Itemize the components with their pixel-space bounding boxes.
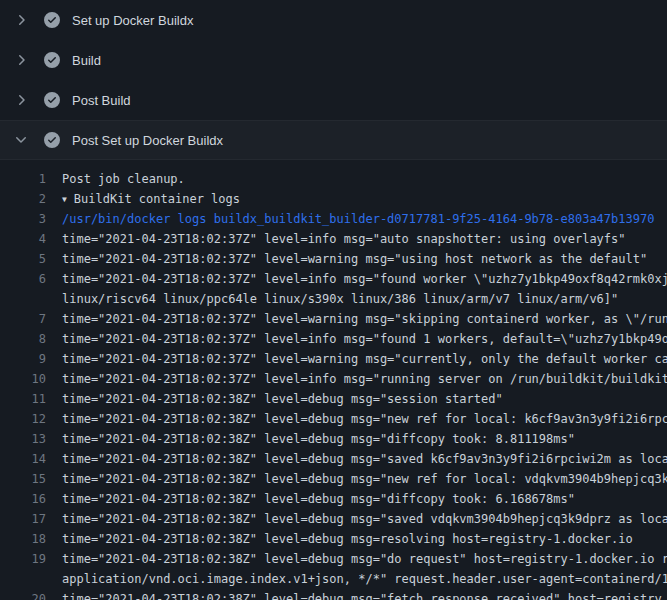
line-number-link[interactable]: 11 [0, 389, 46, 409]
line-number-link[interactable]: 1 [0, 169, 46, 189]
line-number-link[interactable]: 5 [0, 249, 46, 269]
line-number-link[interactable]: 16 [0, 489, 46, 509]
line-number-link[interactable]: 13 [0, 429, 46, 449]
step-header-post-setup-docker-buildx[interactable]: Post Set up Docker Buildx [0, 120, 667, 160]
line-number-link[interactable]: 6 [0, 269, 46, 289]
line-number-link[interactable]: 12 [0, 409, 46, 429]
step-header-setup-docker-buildx[interactable]: Set up Docker Buildx [0, 0, 667, 40]
log-text: time="2021-04-23T18:02:38Z" level=debug … [62, 432, 575, 446]
group-toggle-triangle-icon[interactable]: ▼ [62, 190, 67, 210]
line-number-link[interactable]: 20 [0, 589, 46, 600]
log-line: 10 time="2021-04-23T18:02:37Z" level=inf… [0, 369, 667, 389]
log-text: linux/riscv64 linux/ppc64le linux/s390x … [62, 292, 618, 306]
line-number-link[interactable]: 14 [0, 449, 46, 469]
log-line: 5 time="2021-04-23T18:02:37Z" level=warn… [0, 249, 667, 269]
log-text[interactable]: BuildKit container logs [74, 192, 240, 206]
log-line: 7 time="2021-04-23T18:02:37Z" level=warn… [0, 309, 667, 329]
step-title: Build [72, 53, 101, 68]
log-text: time="2021-04-23T18:02:38Z" level=debug … [62, 472, 667, 486]
log-line: 12 time="2021-04-23T18:02:38Z" level=deb… [0, 409, 667, 429]
log-text: time="2021-04-23T18:02:37Z" level=info m… [62, 372, 667, 386]
log-text: time="2021-04-23T18:02:37Z" level=warnin… [62, 352, 667, 366]
log-line: 3 /usr/bin/docker logs buildx_buildkit_b… [0, 209, 667, 229]
step-header-post-build[interactable]: Post Build [0, 80, 667, 120]
log-line: 20 time="2021-04-23T18:02:38Z" level=deb… [0, 589, 667, 600]
chevron-down-icon [13, 132, 29, 148]
line-number-link[interactable]: 3 [0, 209, 46, 229]
log-text: time="2021-04-23T18:02:38Z" level=debug … [62, 552, 667, 566]
log-line: 4 time="2021-04-23T18:02:37Z" level=info… [0, 229, 667, 249]
log-text: /usr/bin/docker logs buildx_buildkit_bui… [62, 212, 654, 226]
line-number-link[interactable]: 19 [0, 549, 46, 569]
log-text: time="2021-04-23T18:02:37Z" level=info m… [62, 332, 667, 346]
log-line: 11 time="2021-04-23T18:02:38Z" level=deb… [0, 389, 667, 409]
log-line: 2 ▼BuildKit container logs [0, 189, 667, 209]
log-text: time="2021-04-23T18:02:37Z" level=warnin… [62, 252, 647, 266]
line-number-link[interactable]: 15 [0, 469, 46, 489]
log-line: 1 Post job cleanup. [0, 169, 667, 189]
line-number-link[interactable]: 7 [0, 309, 46, 329]
check-circle-icon [44, 12, 60, 28]
line-number-link[interactable]: 9 [0, 349, 46, 369]
log-text: time="2021-04-23T18:02:38Z" level=debug … [62, 452, 667, 466]
log-line: 13 time="2021-04-23T18:02:38Z" level=deb… [0, 429, 667, 449]
log-lines: 1 Post job cleanup. 2 ▼BuildKit containe… [0, 160, 667, 600]
steps-log-panel: Set up Docker Buildx Build Post Build Po… [0, 0, 667, 600]
log-text: time="2021-04-23T18:02:37Z" level=warnin… [62, 312, 667, 326]
chevron-right-icon [13, 52, 29, 68]
log-line: 15 time="2021-04-23T18:02:38Z" level=deb… [0, 469, 667, 489]
check-circle-icon [44, 132, 60, 148]
log-line: 16 time="2021-04-23T18:02:38Z" level=deb… [0, 489, 667, 509]
chevron-right-icon [13, 92, 29, 108]
log-text: time="2021-04-23T18:02:37Z" level=info m… [62, 272, 667, 286]
log-text: time="2021-04-23T18:02:38Z" level=debug … [62, 412, 667, 426]
log-line: 6 time="2021-04-23T18:02:37Z" level=info… [0, 269, 667, 289]
step-title: Set up Docker Buildx [72, 13, 193, 28]
log-text: time="2021-04-23T18:02:38Z" level=debug … [62, 492, 575, 506]
line-number-link[interactable]: 18 [0, 529, 46, 549]
log-text: Post job cleanup. [62, 172, 185, 186]
line-number-link[interactable]: 4 [0, 229, 46, 249]
log-line: 14 time="2021-04-23T18:02:38Z" level=deb… [0, 449, 667, 469]
check-circle-icon [44, 92, 60, 108]
log-line: 19 time="2021-04-23T18:02:38Z" level=deb… [0, 549, 667, 569]
log-text: time="2021-04-23T18:02:37Z" level=info m… [62, 232, 626, 246]
log-text: application/vnd.oci.image.index.v1+json,… [62, 572, 667, 586]
step-header-build[interactable]: Build [0, 40, 667, 80]
log-text: time="2021-04-23T18:02:38Z" level=debug … [62, 512, 667, 526]
check-circle-icon [44, 52, 60, 68]
line-number-link[interactable]: 10 [0, 369, 46, 389]
line-number-link[interactable]: 2 [0, 189, 46, 209]
line-number-link[interactable]: 8 [0, 329, 46, 349]
log-text: time="2021-04-23T18:02:38Z" level=debug … [62, 392, 503, 406]
step-title: Post Set up Docker Buildx [72, 133, 223, 148]
log-line: 17 time="2021-04-23T18:02:38Z" level=deb… [0, 509, 667, 529]
log-text: time="2021-04-23T18:02:38Z" level=debug … [62, 532, 633, 546]
log-line: application/vnd.oci.image.index.v1+json,… [0, 569, 667, 589]
log-line: 8 time="2021-04-23T18:02:37Z" level=info… [0, 329, 667, 349]
log-line: linux/riscv64 linux/ppc64le linux/s390x … [0, 289, 667, 309]
log-line: 18 time="2021-04-23T18:02:38Z" level=deb… [0, 529, 667, 549]
chevron-right-icon [13, 12, 29, 28]
log-line: 9 time="2021-04-23T18:02:37Z" level=warn… [0, 349, 667, 369]
line-number-link[interactable]: 17 [0, 509, 46, 529]
log-text: time="2021-04-23T18:02:38Z" level=debug … [62, 592, 662, 600]
step-title: Post Build [72, 93, 131, 108]
